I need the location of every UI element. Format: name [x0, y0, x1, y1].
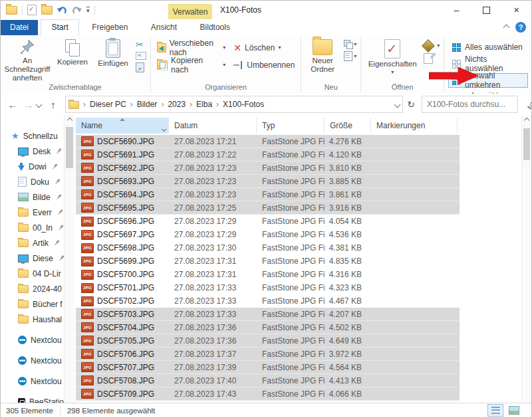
- cut-button[interactable]: ✂: [136, 40, 146, 49]
- back-button[interactable]: ←: [5, 99, 21, 110]
- tab-start[interactable]: Start: [41, 19, 78, 36]
- breadcrumb-separator-icon[interactable]: ›: [161, 100, 164, 109]
- file-row[interactable]: JPGDSCF5698.JPG27.08.2023 17:30FastStone…: [76, 241, 460, 255]
- file-row[interactable]: JPGDSCF5697.JPG27.08.2023 17:29FastStone…: [76, 228, 460, 241]
- tab-share[interactable]: Freigeben: [82, 20, 138, 35]
- file-row[interactable]: JPGDSCF5690.JPG27.08.2023 17:21FastStone…: [76, 135, 460, 148]
- rename-button[interactable]: Umbenennen: [231, 59, 297, 71]
- properties-icon[interactable]: [27, 5, 37, 15]
- open-button[interactable]: ▾: [424, 41, 440, 51]
- file-row[interactable]: JPGDSCF5692.JPG27.08.2023 17:23FastStone…: [76, 161, 460, 175]
- file-row[interactable]: JPGDSCF5702.JPG27.08.2023 17:33FastStone…: [76, 294, 460, 308]
- breadcrumb-separator-icon[interactable]: ›: [216, 100, 219, 109]
- breadcrumb-separator-icon[interactable]: ›: [83, 100, 86, 109]
- edit-button[interactable]: [424, 53, 440, 64]
- up-button[interactable]: ↑: [45, 99, 61, 110]
- refresh-icon[interactable]: ↻: [403, 99, 419, 110]
- redo-icon[interactable]: [72, 6, 82, 15]
- column-header-size[interactable]: Größe: [325, 118, 371, 134]
- column-header-tags[interactable]: Markierungen: [371, 118, 458, 134]
- properties-button[interactable]: Eigenschaften ▾: [364, 37, 421, 75]
- sidebar-item-dowi[interactable]: Dowi: [1, 159, 64, 174]
- filter-chevron-icon[interactable]: [162, 127, 166, 132]
- new-folder-icon[interactable]: [41, 6, 53, 15]
- breadcrumb-item[interactable]: Dieser PC: [90, 100, 126, 109]
- file-row[interactable]: JPGDSCF5709.JPG27.08.2023 17:43FastStone…: [76, 387, 460, 401]
- sidebar-item-doku[interactable]: Doku: [1, 174, 64, 189]
- sidebar-item-everr[interactable]: Everr: [1, 205, 64, 220]
- sidebar-item-haushal[interactable]: Haushal: [1, 312, 64, 327]
- sidebar-item-bilde[interactable]: Bilde: [1, 189, 64, 205]
- copy-to-button[interactable]: Kopieren nach▾: [155, 59, 227, 71]
- copy-path-button[interactable]: W...: [136, 52, 146, 60]
- search-input[interactable]: [422, 100, 530, 109]
- close-button[interactable]: ×: [501, 1, 531, 19]
- column-header-date[interactable]: Datum: [169, 118, 257, 134]
- forward-button[interactable]: →: [21, 99, 37, 110]
- sidebar-item-00-in[interactable]: 00_In: [1, 220, 64, 235]
- pin-to-quick-access-button[interactable]: An Schnellzugriff anheften: [3, 37, 52, 82]
- sidebar-item-schnellzu[interactable]: ★Schnellzu: [1, 128, 64, 144]
- paste-shortcut-button[interactable]: [136, 62, 146, 72]
- sidebar-item-desk[interactable]: Desk: [1, 144, 64, 159]
- undo-icon[interactable]: [57, 6, 67, 15]
- copy-button[interactable]: Kopieren: [53, 37, 92, 66]
- file-row[interactable]: JPGDSCF5693.JPG27.08.2023 17:23FastStone…: [76, 175, 460, 188]
- scroll-up-icon[interactable]: [524, 117, 529, 122]
- file-row[interactable]: JPGDSCF5706.JPG27.08.2023 17:37FastStone…: [76, 348, 460, 361]
- file-row[interactable]: JPGDSCF5696.JPG27.08.2023 17:29FastStone…: [76, 215, 460, 228]
- vertical-scrollbar[interactable]: [521, 115, 531, 405]
- help-icon[interactable]: ?: [515, 22, 526, 33]
- scrollbar-thumb[interactable]: [523, 128, 530, 160]
- new-item-button[interactable]: ▾: [344, 51, 356, 61]
- search-box[interactable]: [422, 96, 518, 113]
- new-folder-button[interactable]: Neuer Ordner: [304, 37, 341, 74]
- scrollbar-thumb[interactable]: [66, 127, 73, 168]
- sidebar-item-artik[interactable]: Artik: [1, 235, 64, 251]
- sidebar-item-04-d-lir[interactable]: 04 D-Lir: [1, 266, 64, 281]
- file-row[interactable]: JPGDSCF5707.JPG27.08.2023 17:39FastStone…: [76, 361, 460, 374]
- sidebar-item-b-cher-f[interactable]: Bücher f: [1, 296, 64, 312]
- collapse-ribbon-icon[interactable]: [503, 24, 510, 31]
- folder-icon[interactable]: [6, 6, 17, 15]
- minimize-button[interactable]: –: [442, 1, 471, 19]
- delete-button[interactable]: ✕ Löschen▾: [231, 42, 297, 54]
- file-row[interactable]: JPGDSCF5704.JPG27.08.2023 17:36FastStone…: [76, 321, 460, 334]
- navigation-scrollbar[interactable]: [64, 115, 74, 405]
- file-row[interactable]: JPGDSCF5694.JPG27.08.2023 17:23FastStone…: [76, 188, 460, 201]
- tab-file[interactable]: Datei: [1, 20, 38, 35]
- breadcrumb-separator-icon[interactable]: ›: [130, 100, 133, 109]
- customize-toolbar-chevron-icon[interactable]: ▾: [86, 7, 90, 13]
- address-field[interactable]: ›Dieser PC›Bilder›2023›Elba›X100-Fotos: [65, 96, 403, 113]
- breadcrumb-separator-icon[interactable]: ›: [190, 100, 192, 109]
- tab-view[interactable]: Ansicht: [141, 20, 187, 35]
- breadcrumb-item[interactable]: X100-Fotos: [223, 100, 264, 109]
- easy-access-button[interactable]: ▾: [344, 40, 356, 49]
- column-header-name[interactable]: Name: [76, 118, 169, 134]
- paste-button[interactable]: Einfügen: [93, 37, 133, 68]
- recent-locations-chevron-icon[interactable]: [36, 101, 43, 108]
- maximize-button[interactable]: [471, 1, 501, 19]
- details-view-button[interactable]: [487, 404, 503, 417]
- breadcrumb-item[interactable]: Elba: [196, 100, 212, 109]
- address-dropdown-icon[interactable]: [394, 101, 401, 108]
- sidebar-item-diese[interactable]: Diese: [1, 251, 64, 266]
- sidebar-item-2024-40[interactable]: 2024-40: [1, 281, 64, 296]
- thumbnails-view-button[interactable]: [506, 404, 522, 417]
- file-row[interactable]: JPGDSCF5708.JPG27.08.2023 17:40FastStone…: [76, 374, 460, 387]
- column-header-type[interactable]: Typ: [257, 118, 325, 134]
- file-row[interactable]: JPGDSCF5699.JPG27.08.2023 17:31FastStone…: [76, 255, 460, 268]
- file-row[interactable]: JPGDSCF5695.JPG27.08.2023 17:25FastStone…: [76, 201, 460, 215]
- sidebar-item-nextclou[interactable]: Nextclou: [1, 353, 64, 368]
- sidebar-item-nextclou[interactable]: Nextclou: [1, 332, 64, 348]
- tab-picture-tools[interactable]: Bildtools: [190, 20, 240, 35]
- select-all-button[interactable]: Alles auswählen: [448, 40, 528, 54]
- breadcrumb-item[interactable]: 2023: [168, 100, 186, 109]
- file-row[interactable]: JPGDSCF5701.JPG27.08.2023 17:33FastStone…: [76, 281, 460, 294]
- file-row[interactable]: JPGDSCF5691.JPG27.08.2023 17:22FastStone…: [76, 148, 460, 161]
- file-row[interactable]: JPGDSCF5700.JPG27.08.2023 17:31FastStone…: [76, 268, 460, 281]
- move-to-button[interactable]: Verschieben nach▾: [155, 42, 227, 54]
- scroll-up-icon[interactable]: [66, 117, 72, 122]
- sidebar-item-nextclou[interactable]: Nextclou: [1, 373, 64, 389]
- breadcrumb-item[interactable]: Bilder: [137, 100, 158, 109]
